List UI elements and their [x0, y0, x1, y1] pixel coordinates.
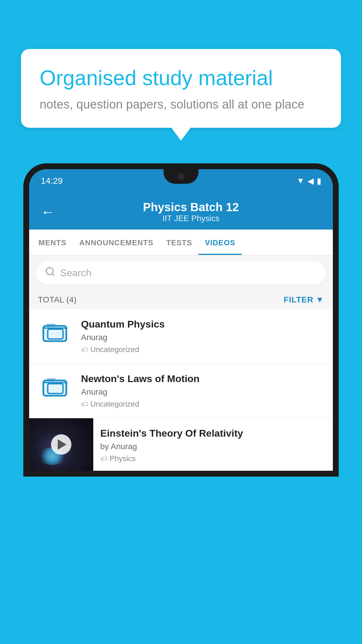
total-count: TOTAL (4): [38, 295, 77, 304]
video-author: by Anurag: [100, 442, 327, 451]
tabs-bar: MENTS ANNOUNCEMENTS TESTS VIDEOS: [29, 230, 333, 255]
list-item[interactable]: Newton's Laws of Motion Anurag 🏷 Uncateg…: [29, 364, 333, 418]
filter-label: FILTER: [284, 295, 313, 304]
tag-label: Uncategorized: [90, 400, 139, 409]
folder-icon-area: [38, 373, 73, 402]
list-item[interactable]: Einstein's Theory Of Relativity by Anura…: [29, 418, 333, 471]
back-button[interactable]: ←: [41, 204, 55, 220]
video-info: Newton's Laws of Motion Anurag 🏷 Uncateg…: [81, 373, 324, 409]
filter-row: TOTAL (4) FILTER ▼: [29, 290, 333, 309]
video-title: Quantum Physics: [81, 318, 324, 330]
search-icon: [45, 266, 55, 279]
filter-icon: ▼: [316, 295, 324, 304]
tag-icon: 🏷: [81, 346, 88, 354]
phone-outer: 14:29 ▼ ◀ ▮ ← Physics Batch 12 IIT JEE P…: [23, 163, 339, 477]
tab-announcements[interactable]: ANNOUNCEMENTS: [73, 230, 160, 255]
phone-mockup: 14:29 ▼ ◀ ▮ ← Physics Batch 12 IIT JEE P…: [23, 163, 339, 644]
phone-time: 14:29: [41, 176, 63, 186]
search-placeholder: Search: [60, 267, 92, 279]
tab-videos[interactable]: VIDEOS: [198, 230, 242, 255]
video-tag: 🏷 Physics: [100, 454, 327, 463]
video-info: Quantum Physics Anurag 🏷 Uncategorized: [81, 318, 324, 354]
search-bar[interactable]: Search: [36, 261, 326, 285]
status-icons: ▼ ◀ ▮: [296, 176, 321, 186]
app-header: ← Physics Batch 12 IIT JEE Physics: [29, 192, 333, 230]
svg-rect-6: [47, 378, 55, 381]
folder-icon: [42, 320, 68, 347]
battery-icon: ▮: [317, 176, 321, 186]
search-bar-wrap: Search: [29, 255, 333, 290]
play-button[interactable]: [51, 434, 71, 455]
header-title-group: Physics Batch 12 IIT JEE Physics: [61, 201, 321, 223]
signal-icon: ◀: [307, 176, 314, 186]
tag-icon: 🏷: [81, 400, 88, 408]
svg-line-1: [52, 274, 54, 276]
video-title: Einstein's Theory Of Relativity: [100, 428, 327, 439]
video-tag: 🏷 Uncategorized: [81, 400, 324, 409]
video-title: Newton's Laws of Motion: [81, 373, 324, 384]
video-thumbnail: [29, 418, 93, 471]
video-tag: 🏷 Uncategorized: [81, 345, 324, 354]
bubble-subtitle: notes, question papers, solutions all at…: [40, 97, 322, 111]
camera-dot: [178, 173, 184, 180]
video-author: Anurag: [81, 387, 324, 397]
status-bar: 14:29 ▼ ◀ ▮: [29, 169, 333, 192]
bubble-title: Organised study material: [40, 65, 322, 90]
video-info: Einstein's Theory Of Relativity by Anura…: [93, 418, 333, 469]
video-list: Quantum Physics Anurag 🏷 Uncategorized: [29, 309, 333, 471]
header-title: Physics Batch 12: [61, 201, 321, 214]
play-icon: [58, 439, 66, 450]
phone-notch: [164, 169, 198, 184]
svg-rect-3: [47, 323, 55, 327]
filter-button[interactable]: FILTER ▼: [284, 295, 324, 304]
video-author: Anurag: [81, 333, 324, 342]
header-subtitle: IIT JEE Physics: [61, 214, 321, 223]
tag-label: Uncategorized: [90, 345, 139, 354]
tab-ments[interactable]: MENTS: [32, 230, 73, 255]
folder-icon-area: [38, 318, 73, 348]
wifi-icon: ▼: [296, 176, 305, 186]
folder-icon: [42, 374, 68, 401]
phone-screen: ← Physics Batch 12 IIT JEE Physics MENTS…: [29, 192, 333, 471]
speech-bubble: Organised study material notes, question…: [21, 49, 341, 128]
tab-tests[interactable]: TESTS: [160, 230, 198, 255]
tag-label: Physics: [110, 454, 136, 463]
tag-icon: 🏷: [100, 455, 107, 463]
list-item[interactable]: Quantum Physics Anurag 🏷 Uncategorized: [29, 309, 333, 364]
